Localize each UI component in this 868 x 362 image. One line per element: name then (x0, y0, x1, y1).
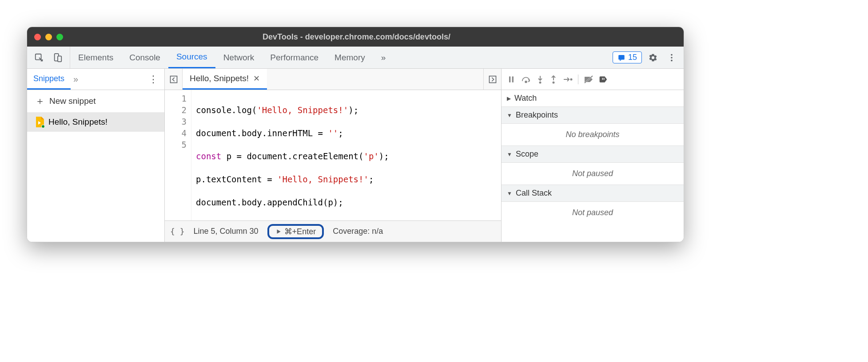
pause-icon[interactable] (507, 75, 516, 84)
debug-toolbar (502, 69, 684, 90)
editor-statusbar: { } Line 5, Column 30 ⌘+Enter Coverage: … (165, 220, 501, 242)
sidebar-tab-snippets[interactable]: Snippets (27, 69, 71, 90)
tab-network[interactable]: Network (215, 47, 263, 68)
tab-more[interactable]: » (373, 47, 394, 68)
chevron-down-icon: ▼ (507, 190, 512, 197)
device-toolbar (27, 47, 70, 68)
new-snippet-label: New snippet (49, 96, 96, 106)
format-icon[interactable]: { } (170, 227, 185, 236)
svg-rect-3 (618, 55, 625, 60)
code-editor[interactable]: 1 2 3 4 5 console.log('Hello, Snippets!'… (165, 90, 501, 220)
titlebar: DevTools - developer.chrome.com/docs/dev… (27, 27, 684, 47)
svg-rect-7 (170, 76, 177, 83)
tabbar-actions: 15 (608, 47, 684, 68)
tab-performance[interactable]: Performance (262, 47, 326, 68)
devtools-window: DevTools - developer.chrome.com/docs/dev… (27, 27, 684, 242)
scope-section[interactable]: ▼ Scope (502, 146, 684, 163)
step-into-icon[interactable] (536, 75, 544, 84)
settings-icon[interactable] (645, 50, 661, 65)
svg-rect-18 (604, 78, 605, 79)
svg-point-12 (539, 81, 542, 83)
run-shortcut: ⌘+Enter (284, 227, 316, 236)
chevron-down-icon: ▼ (507, 151, 512, 157)
issues-badge[interactable]: 15 (613, 51, 642, 63)
breakpoints-body: No breakpoints (502, 124, 684, 146)
run-snippet-button[interactable]: ⌘+Enter (267, 224, 324, 239)
debug-panel: ▶ Watch ▼ Breakpoints No breakpoints ▼ S… (502, 69, 684, 242)
editor: Hello, Snippets! ✕ 1 2 3 4 5 console.log… (165, 69, 502, 242)
svg-rect-8 (489, 76, 496, 83)
new-snippet-button[interactable]: ＋ New snippet (27, 90, 164, 112)
svg-point-14 (570, 78, 573, 80)
svg-rect-10 (512, 76, 514, 82)
play-icon (275, 228, 282, 235)
sidebar-more[interactable]: » (73, 74, 78, 84)
nav-forward-icon[interactable] (483, 69, 501, 90)
window-title: DevTools - developer.chrome.com/docs/dev… (63, 32, 650, 42)
scope-body: Not paused (502, 163, 684, 185)
callstack-section[interactable]: ▼ Call Stack (502, 185, 684, 202)
svg-point-5 (671, 57, 673, 59)
editor-tab-label: Hello, Snippets! (190, 74, 249, 83)
chevron-down-icon: ▼ (507, 112, 512, 118)
snippet-item[interactable]: Hello, Snippets! (27, 112, 164, 132)
step-out-icon[interactable] (549, 75, 557, 84)
svg-rect-2 (58, 56, 61, 62)
sidebar-kebab-icon[interactable]: ⋮ (142, 74, 164, 85)
traffic-lights (34, 34, 63, 40)
close-window-icon[interactable] (34, 34, 41, 40)
zoom-window-icon[interactable] (56, 34, 63, 40)
inspect-icon[interactable] (32, 50, 47, 65)
snippet-item-label: Hello, Snippets! (48, 117, 108, 127)
svg-point-4 (671, 54, 673, 55)
sidebar-tabs: Snippets » ⋮ (27, 69, 164, 90)
line-gutter: 1 2 3 4 5 (165, 90, 191, 220)
modified-dot-icon (41, 125, 45, 128)
coverage-status: Coverage: n/a (333, 227, 383, 236)
svg-point-11 (525, 81, 527, 83)
nav-back-icon[interactable] (165, 69, 183, 90)
cursor-position: Line 5, Column 30 (194, 227, 259, 236)
sidebar: Snippets » ⋮ ＋ New snippet Hello, Snippe… (27, 69, 165, 242)
editor-tabs: Hello, Snippets! ✕ (165, 69, 501, 90)
watch-section[interactable]: ▶ Watch (502, 90, 684, 107)
callstack-body: Not paused (502, 202, 684, 224)
minimize-window-icon[interactable] (45, 34, 52, 40)
svg-rect-9 (509, 76, 510, 82)
code-body[interactable]: console.log('Hello, Snippets!'); documen… (191, 90, 389, 220)
plus-icon: ＋ (35, 94, 45, 108)
content-area: Snippets » ⋮ ＋ New snippet Hello, Snippe… (27, 69, 684, 242)
step-icon[interactable] (563, 75, 573, 83)
close-tab-icon[interactable]: ✕ (253, 74, 260, 83)
pause-on-exceptions-icon[interactable] (599, 75, 608, 84)
issues-count: 15 (628, 53, 637, 62)
editor-tab[interactable]: Hello, Snippets! ✕ (183, 69, 267, 90)
svg-point-6 (671, 59, 673, 61)
step-over-icon[interactable] (521, 75, 531, 84)
tab-memory[interactable]: Memory (326, 47, 373, 68)
svg-point-13 (553, 81, 555, 83)
chevron-right-icon: ▶ (507, 95, 511, 102)
deactivate-breakpoints-icon[interactable] (584, 75, 593, 84)
svg-rect-17 (602, 78, 603, 79)
device-toggle-icon[interactable] (50, 50, 65, 65)
kebab-icon[interactable] (664, 50, 679, 65)
tab-console[interactable]: Console (121, 47, 168, 68)
tab-sources[interactable]: Sources (168, 47, 215, 68)
main-tabbar: Elements Console Sources Network Perform… (27, 47, 684, 69)
snippet-file-icon (35, 117, 44, 127)
tab-elements[interactable]: Elements (70, 47, 121, 68)
breakpoints-section[interactable]: ▼ Breakpoints (502, 107, 684, 124)
